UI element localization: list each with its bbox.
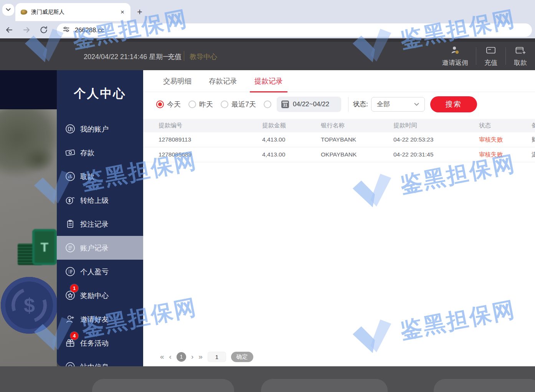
back-button[interactable]: [4, 25, 15, 35]
amount: 4,413.00: [262, 136, 321, 143]
chevron-down-icon: [6, 8, 11, 12]
background-left-strip: T $: [0, 70, 57, 366]
withdraw-time: 04-22 20:53:23: [393, 136, 479, 143]
remark: 温: [532, 151, 535, 159]
sidebar-item-label: 任务活动: [80, 338, 109, 348]
sidebar-item-label: 账户记录: [80, 243, 109, 253]
calendar-icon: 31: [281, 100, 289, 108]
sidebar-item-transfer-up[interactable]: 转给上级: [57, 188, 143, 212]
sidebar-item-my-account[interactable]: 我的账户: [57, 117, 143, 141]
header-withdraw-label: 取款: [514, 58, 527, 67]
withdraw-table: 提款编号 提款金额 银行名称 提款时间 状态 备注 1278089113 4,4…: [143, 119, 535, 162]
first-page-button[interactable]: «: [160, 352, 164, 361]
sidebar-item-label: 个人盈亏: [80, 267, 109, 277]
forward-button[interactable]: [21, 25, 32, 35]
recharge-link[interactable]: 充值: [168, 52, 182, 61]
pagination: « ‹ 1 › » 1 确定: [160, 351, 253, 363]
tab-deposit-records[interactable]: 存款记录: [209, 70, 237, 92]
sidebar-item-label: 我的账户: [80, 124, 109, 134]
deposit-card-icon: [485, 45, 496, 57]
background-card: [261, 379, 388, 392]
at-sign-icon: [65, 361, 76, 366]
table-header-row: 提款编号 提款金额 银行名称 提款时间 状态 备注: [143, 119, 535, 132]
banknote-icon: [65, 147, 76, 158]
browser-tab[interactable]: 澳门威尼斯人 ×: [15, 3, 130, 21]
background-photo: T $: [0, 109, 57, 366]
tasks-badge: 4: [70, 332, 78, 340]
radio-today-label[interactable]: 今天: [167, 100, 181, 109]
sidebar-item-profit-loss[interactable]: 个人盈亏: [57, 260, 143, 283]
sidebar-item-label: 奖励中心: [80, 291, 109, 300]
url-text[interactable]: 266288.cc: [75, 26, 104, 34]
page-input[interactable]: 1: [208, 352, 226, 362]
sidebar-item-withdraw[interactable]: 取款: [57, 165, 143, 188]
date-range-picker[interactable]: 31 04/22~04/22: [277, 97, 341, 112]
address-bar[interactable]: 266288.cc: [57, 23, 532, 37]
withdraw-time: 04-22 20:31:45: [393, 151, 479, 158]
col-time: 提款时间: [393, 122, 479, 130]
tab-transaction-details[interactable]: 交易明细: [163, 70, 192, 92]
status-select[interactable]: 全部: [371, 97, 425, 112]
person-plus-icon: [65, 314, 76, 324]
coin-ring: $: [6, 282, 53, 329]
current-page[interactable]: 1: [177, 352, 186, 362]
tab-search-button[interactable]: [2, 4, 14, 16]
account-icon: [65, 124, 76, 134]
sidebar-item-label: 站内信息: [80, 362, 109, 367]
col-status: 状态: [479, 122, 532, 130]
header-withdraw-button[interactable]: 取款: [506, 45, 535, 67]
invite-rebate-button[interactable]: 邀请返佣: [434, 45, 476, 67]
sidebar-item-account-records[interactable]: 账户记录: [57, 236, 143, 260]
withdraw-wallet-icon: [515, 45, 526, 57]
tutorial-center-link[interactable]: 教导中心: [190, 52, 217, 61]
radio-custom-range[interactable]: [264, 100, 271, 108]
table-row: 1278089113 4,413.00 TOPAYBANK 04-22 20:5…: [143, 132, 535, 147]
sidebar-item-messages[interactable]: 站内信息: [57, 355, 143, 366]
radio-last7days[interactable]: [221, 100, 228, 108]
sidebar-item-invite-friends[interactable]: 邀请好友: [57, 307, 143, 331]
invite-rebate-icon: [450, 45, 460, 57]
records-panel: 交易明细 存款记录 提款记录 今天 昨天 最近7天 31 04/22~04/22…: [143, 70, 535, 366]
list-circle-icon: [65, 242, 76, 253]
header-deposit-button[interactable]: 充值: [476, 45, 505, 67]
new-tab-button[interactable]: +: [133, 5, 147, 19]
radio-yesterday-label[interactable]: 昨天: [199, 100, 213, 109]
withdraw-id: 1278085689: [143, 151, 262, 158]
remark: 财: [532, 136, 535, 144]
tab-title: 澳门威尼斯人: [31, 8, 120, 16]
money-blur-blob: [21, 146, 56, 173]
sidebar-item-rewards[interactable]: 奖励中心 1: [57, 283, 143, 307]
col-bank: 银行名称: [321, 122, 393, 130]
search-button[interactable]: 搜索: [430, 96, 477, 112]
personal-center-sidebar: 个人中心 我的账户 存款 取款 转给上级 投注记录 账户记录 个人盈亏: [57, 70, 143, 366]
radio-last7days-label[interactable]: 最近7天: [231, 100, 256, 109]
tab-close-button[interactable]: ×: [120, 8, 125, 16]
prev-page-button[interactable]: ‹: [169, 352, 172, 361]
tab-withdraw-records[interactable]: 提款记录: [254, 70, 283, 92]
filter-divider: [348, 97, 348, 112]
next-page-button[interactable]: ›: [191, 352, 193, 361]
browser-chrome: 澳门威尼斯人 × + 266288.cc: [0, 0, 535, 38]
amount: 4,413.00: [262, 151, 321, 158]
confirm-page-button[interactable]: 确定: [231, 352, 253, 362]
sidebar-item-deposit[interactable]: 存款: [57, 141, 143, 165]
tether-coin-graphic: T: [32, 229, 57, 265]
sidebar-item-tasks[interactable]: 任务活动 4: [57, 331, 143, 355]
radio-yesterday[interactable]: [188, 100, 196, 108]
reload-button[interactable]: [38, 25, 49, 35]
sidebar-item-bet-records[interactable]: 投注记录: [57, 212, 143, 236]
tether-logo-letter: T: [41, 240, 49, 255]
site-datetime: 2024/04/22 21:14:46 星期一: [84, 52, 170, 61]
sidebar-title: 个人中心: [57, 70, 143, 117]
background-bottom-strip: [0, 366, 535, 392]
header-actions: 邀请返佣 充值 取款: [434, 42, 535, 70]
col-withdraw-id: 提款编号: [143, 122, 262, 130]
header-divider: [184, 51, 184, 61]
sidebar-item-label: 存款: [80, 148, 94, 158]
sidebar-item-label: 投注记录: [80, 219, 109, 229]
last-page-button[interactable]: »: [198, 352, 203, 361]
chart-circle-icon: [65, 171, 76, 182]
background-card: [434, 379, 535, 392]
radio-today[interactable]: [156, 100, 164, 108]
piggy-dollar-icon: [65, 195, 76, 206]
